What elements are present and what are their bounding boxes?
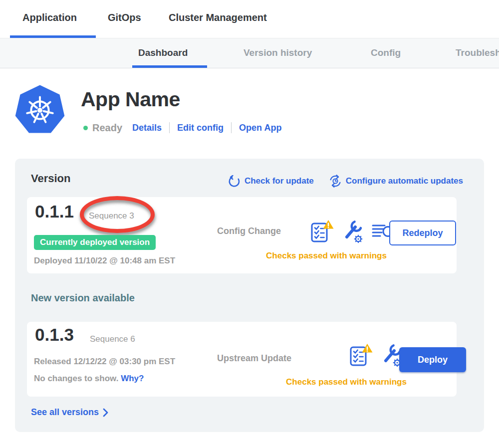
configure-automatic-updates-label: Configure automatic updates (346, 176, 463, 186)
configure-automatic-updates-link[interactable]: Configure automatic updates (329, 175, 463, 188)
refresh-icon (228, 175, 241, 188)
tab-application[interactable]: Application (22, 12, 77, 23)
subtab-version-history[interactable]: Version history (244, 47, 312, 58)
auto-update-clock-icon (329, 175, 342, 188)
open-app-link[interactable]: Open App (239, 123, 281, 133)
top-nav: Application GitOps Cluster Management (0, 0, 499, 38)
subtab-dashboard[interactable]: Dashboard (138, 47, 188, 58)
status-label: Ready (92, 122, 122, 134)
currently-deployed-badge: Currently deployed version (34, 235, 156, 250)
admin-console-page: Application GitOps Cluster Management Da… (0, 0, 499, 448)
current-version-sequence: Sequence 3 (89, 211, 134, 221)
sub-nav: Dashboard Version history Config Trouble… (0, 38, 499, 68)
no-changes-label: No changes to show. (34, 374, 118, 383)
active-tab-underline (10, 35, 96, 38)
divider (231, 122, 232, 133)
see-all-versions-label: See all versions (31, 407, 99, 418)
kubernetes-logo-icon (12, 83, 67, 138)
divider (169, 122, 170, 133)
status-dot-icon (83, 126, 88, 130)
current-checks-warning-text: Checks passed with warnings (237, 251, 416, 261)
tab-cluster-management[interactable]: Cluster Management (169, 12, 267, 23)
available-checks-warning-text: Checks passed with warnings (256, 377, 436, 387)
no-changes-text: No changes to show. Why? (34, 374, 144, 384)
app-status-row: Ready Details Edit config Open App (83, 121, 281, 135)
tab-gitops[interactable]: GitOps (108, 12, 141, 23)
available-version-type: Upstream Update (217, 353, 291, 364)
deployed-timestamp: Deployed 11/10/22 @ 10:48 am EST (34, 256, 175, 266)
why-link[interactable]: Why? (121, 374, 144, 383)
available-version-sequence: Sequence 6 (90, 334, 135, 344)
available-version-card: 0.1.3 Sequence 6 Released 12/12/22 @ 03:… (27, 322, 457, 397)
edit-config-link[interactable]: Edit config (177, 123, 224, 133)
released-timestamp: Released 12/12/22 @ 03:30 pm EST (34, 357, 175, 367)
preflight-checks-warning-icon[interactable] (310, 219, 334, 243)
new-version-available-heading: New version available (31, 292, 135, 304)
check-for-update-label: Check for update (245, 176, 314, 186)
subtab-config[interactable]: Config (371, 47, 401, 58)
available-version-number: 0.1.3 (35, 325, 74, 345)
subtab-troubleshoot[interactable]: Troubleshoot (456, 47, 499, 58)
current-version-card: 0.1.1 Sequence 3 Currently deployed vers… (27, 197, 457, 273)
current-version-type: Config Change (217, 226, 281, 236)
check-for-update-link[interactable]: Check for update (228, 175, 314, 188)
version-card-title: Version (31, 172, 70, 185)
see-all-versions-link[interactable]: See all versions (31, 407, 108, 418)
deploy-button[interactable]: Deploy (399, 347, 466, 372)
config-wrench-icon[interactable] (342, 220, 364, 243)
current-version-number: 0.1.1 (35, 202, 74, 222)
active-subtab-underline (132, 65, 207, 68)
redeploy-button[interactable]: Redeploy (389, 221, 456, 245)
version-card: Version Check for update Configur (15, 159, 484, 432)
chevron-right-icon (103, 408, 108, 417)
details-link[interactable]: Details (132, 123, 162, 133)
app-title: App Name (81, 88, 180, 111)
preflight-checks-warning-icon[interactable] (349, 343, 373, 367)
